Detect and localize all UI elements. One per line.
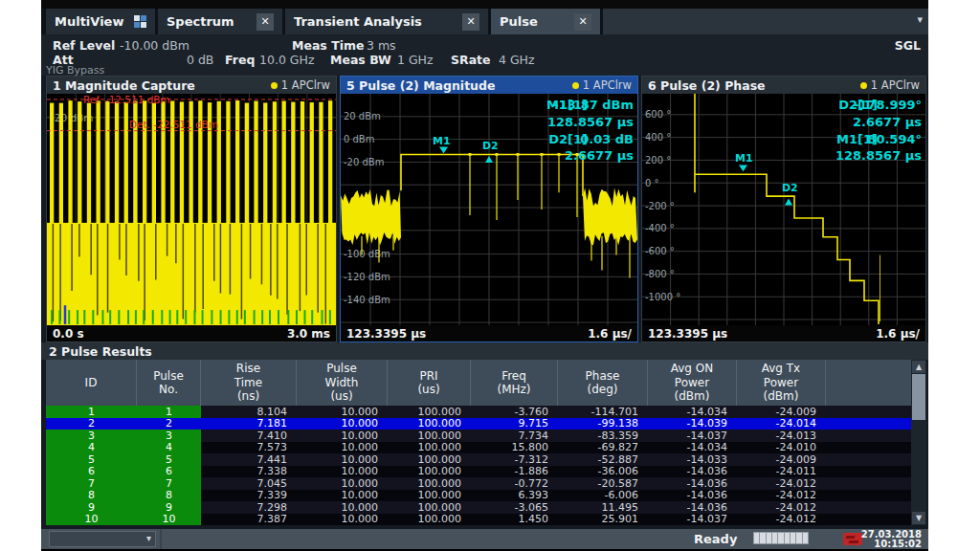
table-row[interactable]: 10107.38710.000100.0001.45025.901-14.037… bbox=[46, 514, 911, 526]
magnitude-capture-chart: -20 dBm Ref. -12.511 dBm Det. -22.511 dB… bbox=[47, 94, 336, 325]
table-row[interactable]: 777.04510.000100.000-0.772-20.587-14.036… bbox=[46, 477, 911, 490]
table-cell: 8 bbox=[137, 490, 201, 502]
tab-transient-analysis[interactable]: Transient Analysis ✕ bbox=[285, 9, 488, 34]
tab-multiview[interactable]: MultiView bbox=[46, 9, 155, 34]
scroll-down-icon[interactable]: ▼ bbox=[912, 512, 925, 524]
column-header[interactable]: Pulse Width (us) bbox=[297, 360, 388, 406]
tab-transient-label: Transient Analysis bbox=[294, 14, 422, 29]
column-header[interactable]: PRI (us) bbox=[388, 360, 471, 406]
column-header[interactable]: ID bbox=[46, 360, 137, 406]
table-cell: 100.000 bbox=[388, 442, 471, 454]
progress-segment bbox=[796, 533, 801, 543]
table-cell: -24.011 bbox=[737, 466, 826, 478]
trace-legend: 1 APClrw bbox=[572, 78, 632, 92]
table-cell: 10.000 bbox=[297, 453, 388, 466]
progress-segment bbox=[772, 533, 777, 543]
table-cell: 5 bbox=[46, 453, 137, 466]
table-cell: 100.000 bbox=[388, 466, 471, 478]
att-value: 0 dB bbox=[187, 53, 213, 67]
pulse-phase-chart: 600 °400 °200 °0 °-200 °-400 °-600 °-800… bbox=[642, 94, 925, 325]
tab-spectrum[interactable]: Spectrum ✕ bbox=[158, 9, 282, 34]
table-cell: -14.037 bbox=[648, 514, 737, 526]
table-cell: -14.036 bbox=[648, 466, 737, 478]
table-cell: 7.181 bbox=[201, 418, 297, 430]
table-cell: 3 bbox=[137, 430, 201, 442]
table-cell: -14.034 bbox=[648, 406, 737, 418]
table-cell-filler bbox=[826, 477, 911, 490]
panel-magnitude-capture[interactable]: 1 Magnitude Capture 1 APClrw -20 dBm Ref… bbox=[46, 76, 337, 342]
svg-text:-100 dBm: -100 dBm bbox=[344, 249, 390, 259]
ref-line-label: Ref. -12.511 dBm bbox=[83, 94, 170, 105]
table-cell: 15.800 bbox=[471, 442, 558, 454]
progress-segment bbox=[778, 533, 783, 543]
table-row[interactable]: 887.33910.000100.0006.393-6.006-14.036-2… bbox=[46, 490, 911, 502]
svg-text:-1000 °: -1000 ° bbox=[645, 292, 680, 302]
table-row[interactable]: 667.33810.000100.000-1.886-36.006-14.036… bbox=[46, 466, 911, 478]
table-cell-filler bbox=[826, 490, 911, 502]
freq-label: Freq bbox=[225, 53, 255, 67]
column-header[interactable]: Avg Tx Power (dBm) bbox=[737, 360, 826, 406]
table-row[interactable]: 997.29810.000100.000-3.06511.495-14.036-… bbox=[46, 501, 911, 514]
chevron-down-icon: ▾ bbox=[146, 533, 151, 543]
svg-text:-120 dBm: -120 dBm bbox=[344, 272, 390, 282]
channel-settings-bar[interactable]: Ref Level -10.00 dBm Meas Time 3 ms SGL … bbox=[41, 34, 928, 76]
table-cell: 7 bbox=[46, 477, 137, 490]
table-cell: 100.000 bbox=[388, 453, 471, 466]
svg-text:-140 dBm: -140 dBm bbox=[344, 295, 390, 305]
table-cell: 7.734 bbox=[471, 430, 558, 442]
panel-header-selected: 5 Pulse (2) Magnitude 1 APClrw bbox=[341, 77, 637, 94]
readout-m1-value: -13.87 dBm bbox=[553, 98, 634, 112]
trace-dot-icon bbox=[271, 82, 278, 89]
table-cell: 2 bbox=[46, 418, 137, 430]
close-icon[interactable]: ✕ bbox=[462, 13, 479, 31]
table-cell: -24.014 bbox=[737, 418, 826, 430]
chevron-down-icon[interactable]: ▾ bbox=[917, 13, 923, 26]
table-cell: 7.573 bbox=[201, 442, 297, 454]
pulse-magnitude-chart: 20 dBm0 dBm-20 dBm-80 dBm-100 dBm-120 dB… bbox=[341, 94, 637, 325]
table-scrollbar[interactable]: ▲ ▼ bbox=[911, 360, 926, 525]
column-header[interactable]: Avg ON Power (dBm) bbox=[648, 360, 737, 406]
scrollbar-thumb[interactable] bbox=[912, 374, 925, 420]
table-cell: -24.012 bbox=[737, 501, 826, 514]
table-cell: 6.393 bbox=[471, 490, 558, 502]
meas-time-label: Meas Time bbox=[292, 38, 364, 53]
table-row[interactable]: 557.44110.000100.000-7.312-52.887-14.033… bbox=[46, 453, 911, 466]
table-cell: 100.000 bbox=[388, 514, 471, 526]
table-row[interactable]: 118.10410.000100.000-3.760-114.701-14.03… bbox=[46, 406, 911, 418]
svg-text:-800 °: -800 ° bbox=[645, 269, 675, 279]
table-cell: 10.000 bbox=[297, 418, 388, 430]
progress-bar bbox=[753, 532, 809, 544]
table-row[interactable]: 447.57310.000100.00015.800-69.827-14.034… bbox=[46, 442, 911, 454]
sequence-dropdown[interactable]: ▾ bbox=[49, 531, 156, 547]
results-title-text: 2 Pulse Results bbox=[49, 344, 152, 359]
marker-m1-label: M1 bbox=[735, 152, 753, 165]
table-row[interactable]: 227.18110.000100.0009.715-99.138-14.039-… bbox=[46, 418, 911, 430]
column-header[interactable]: Rise Time (ns) bbox=[201, 360, 297, 406]
column-header[interactable]: Phase (deg) bbox=[558, 360, 648, 406]
column-header[interactable]: Freq (MHz) bbox=[471, 360, 558, 406]
close-icon[interactable]: ✕ bbox=[574, 13, 591, 31]
readout-d2-pos: 2.6677 µs bbox=[565, 148, 634, 163]
table-cell: 10.000 bbox=[297, 514, 388, 526]
svg-text:20 dBm: 20 dBm bbox=[344, 111, 381, 121]
table-cell: -14.036 bbox=[648, 477, 737, 490]
table-cell-filler bbox=[826, 418, 911, 430]
marker-d2-label: D2 bbox=[782, 182, 798, 194]
table-cell: 10.000 bbox=[297, 406, 388, 418]
marker-d2-label: D2 bbox=[482, 140, 499, 152]
table-row[interactable]: 337.41010.000100.0007.734-83.359-14.037-… bbox=[46, 430, 911, 442]
table-cell-filler bbox=[826, 430, 911, 442]
close-icon[interactable]: ✕ bbox=[256, 13, 274, 31]
column-header[interactable]: Pulse No. bbox=[137, 360, 201, 406]
table-cell: -6.006 bbox=[558, 490, 648, 502]
panel-pulse-phase[interactable]: 6 Pulse (2) Phase 1 APClrw 600 °400 °200… bbox=[641, 76, 926, 342]
tab-pulse[interactable]: Pulse ✕ bbox=[491, 9, 600, 34]
x-start: 123.3395 µs bbox=[346, 327, 426, 341]
channel-tab-bar: MultiView Spectrum ✕ Transient Analysis … bbox=[41, 9, 928, 34]
scroll-up-icon[interactable]: ▲ bbox=[912, 361, 925, 373]
status-bar: ▾ Ready 27.03.2018 10:15:02 bbox=[41, 529, 928, 549]
table-cell: 4 bbox=[137, 442, 201, 454]
table-cell: -7.312 bbox=[471, 453, 558, 466]
table-cell: 1 bbox=[137, 406, 201, 418]
panel-pulse-magnitude[interactable]: 5 Pulse (2) Magnitude 1 APClrw 20 dBm0 d… bbox=[340, 76, 638, 342]
